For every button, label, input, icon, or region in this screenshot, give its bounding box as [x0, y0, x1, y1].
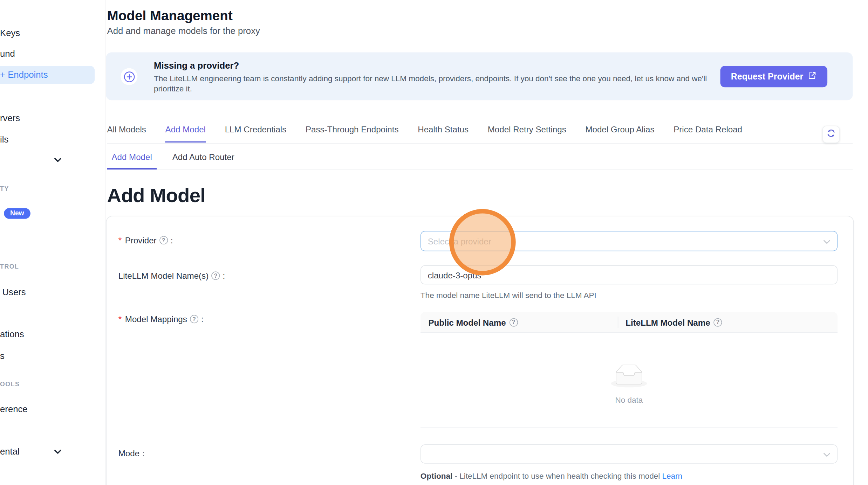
chevron-down-icon [823, 449, 830, 459]
page-subtitle: Add and manage models for the proxy [107, 26, 260, 36]
provider-select[interactable]: Select a provider [421, 231, 838, 251]
help-icon[interactable]: ? [509, 318, 518, 326]
model-tabs: All Models Add Model LLM Credentials Pas… [107, 124, 853, 144]
sidebar-item[interactable]: OOLS [0, 381, 20, 387]
sidebar-item[interactable]: ental [0, 446, 20, 457]
tab[interactable]: All Models [107, 124, 146, 142]
help-icon[interactable]: ? [211, 271, 220, 280]
chevron-down-icon [823, 236, 830, 246]
page-title: Model Management [107, 8, 233, 24]
add-model-heading: Add Model [107, 184, 205, 207]
sidebar-item[interactable]: ils [0, 134, 8, 145]
litellm-model-name-header: LiteLLM Model Name ? [618, 317, 722, 327]
tab[interactable]: Model Group Alias [585, 124, 654, 142]
sidebar-item[interactable]: TROL [0, 263, 19, 270]
sidebar-item-label: erence [0, 404, 28, 415]
sidebar: Keys und + Endpoints rvers [0, 0, 105, 485]
tab[interactable]: Model Retry Settings [488, 124, 566, 142]
mode-helper: Optional - LiteLLM endpoint to use when … [421, 471, 682, 480]
plus-circle-icon [121, 68, 137, 85]
sidebar-item-label: ils [0, 134, 8, 145]
tab[interactable]: Price Data Reload [674, 124, 742, 142]
sidebar-item[interactable]: erence [0, 404, 28, 415]
public-model-name-header: Public Model Name ? [421, 317, 618, 327]
request-provider-button[interactable]: Request Provider [720, 66, 828, 87]
sidebar-item-label: rvers [0, 113, 20, 123]
tab[interactable]: Health Status [418, 124, 469, 142]
column-divider [618, 317, 618, 328]
sidebar-item[interactable]: TY [0, 185, 9, 192]
tab[interactable]: Add Model [165, 124, 206, 142]
model-name-value: claude-3-opus [428, 270, 481, 279]
help-icon[interactable]: ? [713, 318, 722, 326]
learn-link[interactable]: Learn [662, 471, 683, 480]
provider-select-placeholder: Select a provider [428, 236, 823, 246]
sidebar-item[interactable]: + Endpoints [0, 66, 95, 84]
banner-description: The LiteLLM engineering team is constant… [154, 74, 722, 93]
sidebar-item[interactable]: Users [2, 287, 26, 297]
mappings-table-header: Public Model Name ? LiteLLM Model Name ? [421, 312, 838, 333]
provider-label: Provider ? : [118, 235, 173, 245]
sidebar-item-label: + Endpoints [0, 70, 48, 80]
model-name-label: LiteLLM Model Name(s) ? : [118, 271, 225, 280]
sidebar-item[interactable]: rvers [0, 113, 20, 123]
sidebar-item-label: Keys [0, 28, 20, 38]
sidebar-item-label: ental [0, 446, 20, 457]
mappings-empty-state: No data [421, 333, 838, 428]
no-data-text: No data [615, 395, 643, 404]
app-root: Keys und + Endpoints rvers [0, 0, 868, 485]
sidebar-item-label: New [4, 208, 30, 219]
model-mappings-label: Model Mappings ? : [118, 314, 204, 324]
subtab[interactable]: Add Auto Router [168, 152, 239, 169]
add-model-subtabs: Add Model Add Auto Router [107, 152, 853, 169]
sidebar-item-label: Users [2, 287, 26, 297]
empty-box-icon [611, 365, 647, 390]
sidebar-item-label: und [0, 49, 15, 59]
model-name-input[interactable]: claude-3-opus [421, 265, 838, 285]
tab[interactable]: Pass-Through Endpoints [306, 124, 399, 142]
sidebar-item[interactable]: und [0, 49, 15, 59]
help-icon[interactable]: ? [159, 236, 168, 244]
sidebar-item-label: ations [0, 330, 24, 340]
request-provider-label: Request Provider [731, 71, 803, 82]
model-name-helper: The model name LiteLLM will send to the … [421, 291, 596, 300]
sidebar-item-label: TY [0, 185, 9, 192]
tab[interactable]: LLM Credentials [225, 124, 287, 142]
external-link-icon [808, 71, 817, 82]
refresh-icon [827, 129, 835, 140]
sidebar-item[interactable]: s [0, 351, 5, 361]
sidebar-item-label: OOLS [0, 381, 20, 387]
help-icon[interactable]: ? [190, 315, 198, 323]
sidebar-item-label: TROL [0, 263, 19, 270]
sidebar-item[interactable]: Keys [0, 28, 20, 38]
sidebar-item[interactable]: New [4, 208, 30, 219]
model-mappings-table: Public Model Name ? LiteLLM Model Name ? [421, 312, 838, 428]
missing-provider-banner: Missing a provider? The LiteLLM engineer… [106, 53, 853, 101]
mode-label: Mode : [118, 448, 145, 458]
sidebar-item[interactable]: ations [0, 330, 24, 340]
sidebar-item-label: s [0, 351, 5, 361]
banner-title: Missing a provider? [154, 61, 239, 71]
mode-select[interactable] [421, 444, 838, 464]
chevron-down-icon [54, 446, 61, 457]
subtab[interactable]: Add Model [107, 152, 157, 169]
refresh-button[interactable] [822, 126, 840, 143]
chevron-down-icon [54, 155, 61, 165]
